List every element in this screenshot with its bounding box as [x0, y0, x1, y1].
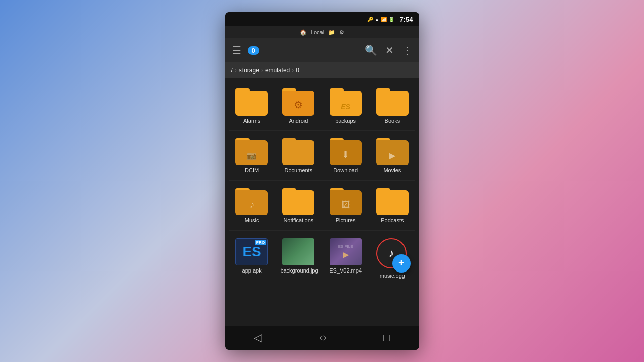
- folder-icon-documents: [282, 138, 314, 165]
- folder-android[interactable]: ⚙ Android: [276, 84, 321, 127]
- file-label-background-jpg: background.jpg: [280, 267, 316, 274]
- folder-label-download: Download: [333, 167, 358, 174]
- folder-label-music: Music: [245, 217, 259, 224]
- recents-button[interactable]: □: [373, 327, 400, 348]
- folder-icon-podcasts: [376, 188, 409, 215]
- wifi-icon: ▲: [375, 17, 380, 22]
- folder-label-dcim: DCIM: [245, 167, 259, 174]
- folder-icon-backups: ES: [330, 88, 362, 116]
- music-ogg-container: ♪ +: [376, 238, 409, 270]
- title-label: Local: [311, 29, 324, 35]
- breadcrumb-emulated[interactable]: emulated: [265, 67, 290, 74]
- sep2: ›: [261, 67, 263, 74]
- apk-thumbnail: PRO ES: [235, 238, 268, 265]
- back-button[interactable]: ◁: [244, 327, 272, 348]
- jpg-thumbnail: [282, 238, 314, 265]
- home-icon: 🏠: [300, 29, 307, 36]
- status-time: 7:54: [399, 16, 413, 23]
- file-label-es-mp4: ES_V02.mp4: [329, 267, 362, 274]
- menu-icon[interactable]: ☰: [230, 42, 244, 58]
- folder-label-documents: Documents: [285, 167, 313, 174]
- status-icons: 🔑 ▲ 📶 🔋: [367, 17, 395, 22]
- folder-icon-books: [376, 88, 409, 116]
- status-bar: 🔑 ▲ 📶 🔋 7:54: [225, 12, 419, 26]
- breadcrumb-storage[interactable]: storage: [239, 67, 259, 74]
- phone-container: 🔑 ▲ 📶 🔋 7:54 🏠 Local 📁 ⚙ ☰ 0 🔍 ✕ ⋮ / › s…: [225, 12, 419, 350]
- home-button[interactable]: ○: [309, 327, 336, 348]
- folder-label-podcasts: Podcasts: [381, 217, 404, 224]
- key-icon: 🔑: [367, 17, 373, 22]
- close-icon[interactable]: ✕: [383, 42, 396, 58]
- file-grid: Alarms ⚙ Android ES backups: [227, 82, 417, 284]
- search-icon[interactable]: 🔍: [363, 42, 379, 58]
- folder-label-alarms: Alarms: [243, 118, 260, 124]
- folder-icon-movies: ▶: [376, 138, 409, 165]
- file-grid-area: Alarms ⚙ Android ES backups: [225, 78, 419, 326]
- folder-download[interactable]: ⬇ Download: [323, 134, 368, 177]
- folder-icon-pictures: 🖼: [330, 188, 362, 215]
- settings-icon: ⚙: [339, 29, 344, 36]
- file-app-apk[interactable]: PRO ES app.apk: [229, 234, 274, 282]
- folder-notifications[interactable]: Notifications: [276, 184, 321, 227]
- folder-music[interactable]: ♪ Music: [229, 184, 274, 227]
- folder-label-notifications: Notifications: [283, 217, 313, 224]
- folder-pictures[interactable]: 🖼 Pictures: [323, 184, 368, 227]
- signal-icon: 📶: [381, 17, 387, 22]
- toolbar: ☰ 0 🔍 ✕ ⋮: [225, 38, 419, 62]
- file-music-ogg[interactable]: ♪ + music.ogg: [370, 234, 415, 282]
- folder-icon-android: ⚙: [282, 88, 314, 116]
- folder-icon-music: ♪: [235, 188, 268, 215]
- folder-alarms[interactable]: Alarms: [229, 84, 274, 127]
- folder-label-books: Books: [385, 118, 400, 124]
- bottom-nav: ◁ ○ □: [225, 326, 419, 350]
- folder-podcasts[interactable]: Podcasts: [370, 184, 415, 227]
- file-label-app-apk: app.apk: [242, 267, 262, 274]
- breadcrumb-zero[interactable]: 0: [296, 67, 299, 74]
- app-title-bar: 🏠 Local 📁 ⚙: [225, 26, 419, 38]
- folder-documents[interactable]: Documents: [276, 134, 321, 177]
- folder-icon-download: ⬇: [330, 138, 362, 165]
- breadcrumb-root[interactable]: /: [231, 67, 233, 74]
- file-background-jpg[interactable]: background.jpg: [276, 234, 321, 282]
- pro-badge: PRO: [255, 240, 266, 245]
- folder-label-backups: backups: [335, 118, 356, 124]
- folder-label-android: Android: [289, 118, 308, 124]
- folder-books[interactable]: Books: [370, 84, 415, 127]
- mp4-thumbnail: ES FILE ▶: [330, 238, 362, 265]
- local-icon: 📁: [328, 29, 335, 36]
- folder-label-pictures: Pictures: [336, 217, 356, 224]
- selection-count: 0: [248, 46, 259, 55]
- folder-backups[interactable]: ES backups: [323, 84, 368, 127]
- folder-dcim[interactable]: 📷 DCIM: [229, 134, 274, 177]
- folder-icon-alarms: [235, 88, 268, 116]
- folder-icon-dcim: 📷: [235, 138, 268, 165]
- file-es-mp4[interactable]: ES FILE ▶ ES_V02.mp4: [323, 234, 368, 282]
- folder-label-movies: Movies: [383, 167, 401, 174]
- sep1: ›: [235, 67, 237, 74]
- sep3: ›: [292, 67, 294, 74]
- battery-icon: 🔋: [388, 17, 394, 22]
- breadcrumb-bar: / › storage › emulated › 0: [225, 62, 419, 78]
- more-icon[interactable]: ⋮: [400, 42, 414, 58]
- fab-button[interactable]: +: [392, 254, 411, 273]
- fab-plus-icon: +: [398, 257, 405, 269]
- folder-movies[interactable]: ▶ Movies: [370, 134, 415, 177]
- folder-icon-notifications: [282, 188, 314, 215]
- file-label-music-ogg: music.ogg: [380, 273, 405, 279]
